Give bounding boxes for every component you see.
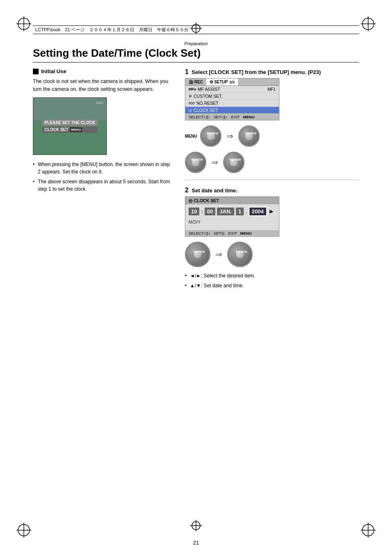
menu-footer: SELECT◁▷ SET◁▷ EXIT MENU [185, 114, 279, 120]
menu-header: 🎥 REC ⚙ SETUP 2/3 [185, 78, 279, 86]
dial-label-4: REVIEW [230, 158, 238, 162]
camera-overlay: PLEASE SET THE CLOCK CLOCK SET MENU [42, 120, 97, 133]
dial-step2-2: REVIEW [227, 242, 253, 267]
menu-row-mf-assist: MFa MF ASSIST MF1 [185, 86, 279, 93]
bullet-1: When pressing the [MENU] button, the scr… [33, 161, 173, 175]
corner-mark-tl [16, 16, 31, 31]
rec-tab: 🎥 REC [185, 78, 206, 85]
step1-dials: MENU REVIEW ⇒ REVIEW [185, 125, 359, 147]
setup-tab: ⚙ SETUP 2/3 [206, 78, 238, 85]
cs-day: 1 [236, 208, 244, 215]
cs-month: JAN. [217, 208, 234, 215]
step-separator [185, 180, 359, 180]
dial-menu: REVIEW [200, 125, 221, 147]
cs-hour: 10 [189, 208, 199, 215]
top-center-mark [190, 23, 202, 34]
setup-tab-page: 2/3 [229, 80, 235, 84]
dial-inner-3: REVIEW [191, 158, 200, 167]
dial-step2-inner-1: REVIEW [193, 250, 202, 259]
arrow-step2: ⇒ [215, 249, 222, 259]
cs-sep-year: . [245, 208, 247, 215]
cs-header: ◎ CLOCK SET [185, 197, 279, 204]
step1-label: 1 Select [CLOCK SET] from the [SETUP] me… [185, 68, 359, 76]
cs-mdy-row: M/D/Y [185, 219, 280, 225]
right-column: 1 Select [CLOCK SET] from the [SETUP] me… [185, 68, 359, 292]
corner-mark-bl [16, 523, 31, 538]
dial-step2-label-1: REVIEW [194, 250, 202, 254]
clock-set-screen: ◎ CLOCK SET 10 : 00 JAN. 1 . 2004 ▶ M/D/… [185, 196, 279, 237]
corner-mark-br [361, 523, 376, 538]
menu-badge: MENU [70, 127, 82, 132]
initial-use-label: Initial Use [41, 68, 66, 74]
step2-note-2: ▲/▼: Set date and time. [185, 282, 359, 289]
initial-use-heading: Initial Use [33, 68, 173, 74]
page-title: Setting the Date/Time (Clock Set) [33, 47, 359, 62]
corner-mark-tr [361, 16, 376, 31]
menu-label-group: MENU REVIEW [185, 125, 221, 147]
category-label: Preparation [33, 41, 359, 46]
dial-inner-2: REVIEW [244, 132, 254, 141]
battery-icon: ▭▭ [96, 100, 103, 105]
step2-label: 2 Set date and time. [185, 187, 359, 194]
menu-text-label: MENU [185, 134, 197, 138]
two-col-layout: Initial Use The clock is not set when th… [33, 68, 359, 292]
left-column: Initial Use The clock is not set when th… [33, 68, 173, 292]
cs-sep1: : [201, 208, 203, 215]
dial-label-2: REVIEW [245, 132, 253, 135]
please-set-text: PLEASE SET THE CLOCK [42, 120, 97, 126]
setup-menu-screen: 🎥 REC ⚙ SETUP 2/3 MFa MF ASSIST MF1 ⚙ [185, 78, 279, 120]
bottom-center-mark [190, 520, 202, 531]
dial-inner-4: REVIEW [229, 158, 238, 167]
header-text: LCTPP.book 21 ページ ２００４年１月２６日 月曜日 午後６時５０分 [35, 27, 189, 33]
dial-nav-3: REVIEW [223, 152, 244, 173]
step2-bullet-list: ◄/►: Select the desired item. ▲/▼: Set d… [185, 272, 359, 289]
cs-time-row: 10 : 00 JAN. 1 . 2004 ▶ [185, 204, 279, 219]
dial-step2-1: REVIEW [185, 242, 210, 267]
clock-set-bar: CLOCK SET MENU [42, 127, 97, 133]
step2-text: Set date and time. [192, 187, 238, 194]
cs-footer: SELECT◁▷ SET◎ EXIT MENU [185, 230, 279, 236]
camera-screen-initial: ▭▭ PLEASE SET THE CLOCK CLOCK SET MENU [33, 97, 107, 155]
cs-minute: 00 [205, 208, 215, 215]
step2-dials: REVIEW ⇒ REVIEW [185, 242, 359, 267]
dial-step2-label-2: REVIEW [236, 250, 244, 254]
dial-label: REVIEW [207, 132, 215, 135]
menu-row-no-reset: 000 NO.RESET [185, 100, 279, 107]
step2-number: 2 [185, 187, 189, 194]
dial-nav-2: REVIEW [185, 152, 206, 173]
setup-tab-label: SETUP [214, 80, 228, 84]
step2-note-1: ◄/►: Select the desired item. [185, 272, 359, 279]
menu-row-custom-set: ⚙ CUSTOM SET. [185, 93, 279, 100]
step2-notes: ◄/►: Select the desired item. ▲/▼: Set d… [185, 272, 359, 289]
cs-header-text: ◎ CLOCK SET [189, 198, 219, 203]
step1-dials-2: REVIEW ⇒ REVIEW [185, 152, 359, 173]
page-number: 21 [193, 540, 199, 546]
initial-use-bullets: When pressing the [MENU] button, the scr… [33, 161, 173, 193]
step1-text: Select [CLOCK SET] from the [SETUP] menu… [192, 69, 321, 75]
arrow-1: ⇒ [226, 131, 233, 141]
clock-set-text: CLOCK SET [44, 127, 68, 132]
rec-tab-label: REC [194, 80, 203, 84]
dial-label-3: REVIEW [191, 158, 200, 162]
cs-date-format: M/D/Y [189, 219, 201, 224]
arrow-2: ⇒ [211, 157, 218, 167]
dial-nav-1: REVIEW [238, 125, 260, 147]
page-content: Preparation Setting the Date/Time (Clock… [33, 41, 359, 521]
dial-inner: REVIEW [206, 132, 215, 141]
initial-use-body: The clock is not set when the camera is … [33, 78, 173, 93]
cs-year: 2004 [249, 207, 267, 216]
dial-step2-inner-2: REVIEW [235, 250, 244, 259]
menu-row-clock-set: ◎ CLOCK SET [185, 107, 279, 114]
step1-number: 1 [185, 68, 189, 75]
bullet-2: The above screen disappears in about 5 s… [33, 178, 173, 193]
